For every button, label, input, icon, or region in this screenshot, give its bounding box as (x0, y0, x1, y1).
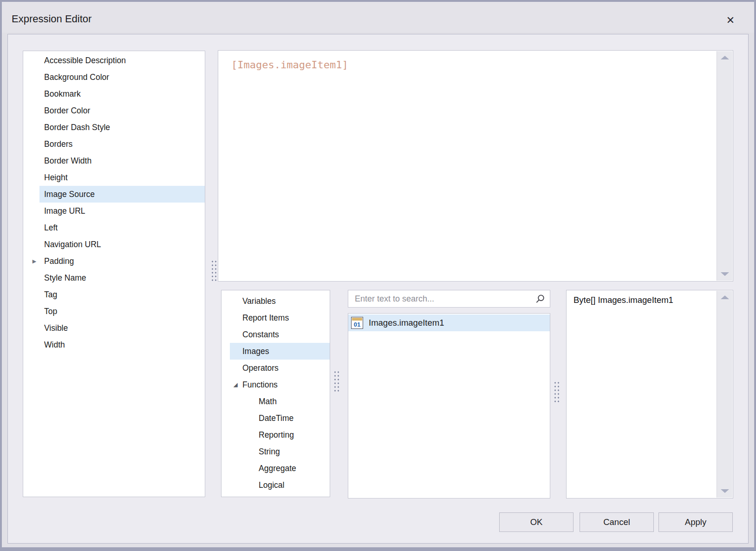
results-list: 01 Images.imageItem1 (348, 313, 550, 499)
property-item[interactable]: Image URL (39, 203, 205, 219)
apply-button[interactable]: Apply (658, 512, 733, 532)
ok-button[interactable]: OK (499, 512, 574, 532)
type-info-panel: Byte[] Images.imageItem1 (566, 290, 733, 499)
expand-arrow-icon[interactable]: ▶ (30, 253, 39, 269)
categories-panel: Variables Report Items Constants Images … (221, 290, 330, 497)
category-item[interactable]: DateTime (230, 410, 330, 426)
binary-field-icon: 01 (351, 317, 363, 329)
category-item-label: Functions (242, 380, 278, 389)
property-item[interactable]: Visible (39, 320, 205, 336)
list-item[interactable]: 01 Images.imageItem1 (348, 315, 550, 331)
property-item-label: Height (44, 173, 68, 182)
category-item[interactable]: Constants (230, 326, 330, 343)
property-item[interactable]: Border Color (39, 102, 205, 119)
property-item-label: Border Color (44, 106, 90, 115)
search-icon (535, 294, 545, 304)
property-item[interactable]: Border Width (39, 152, 205, 169)
property-item[interactable]: ▶ Padding (39, 253, 205, 269)
close-icon[interactable]: ✕ (723, 13, 738, 28)
property-item-label: Style Name (44, 273, 86, 282)
category-item-label: DateTime (259, 413, 293, 423)
property-item[interactable]: Width (39, 336, 205, 353)
category-item-label: Variables (242, 296, 276, 306)
category-item-label: Images (242, 347, 269, 356)
property-item-label: Background Color (44, 72, 109, 82)
splitter-handle-left[interactable] (210, 259, 217, 282)
category-item[interactable]: Images (230, 343, 330, 360)
property-item-label: Borders (44, 139, 72, 149)
category-item[interactable]: String (230, 443, 330, 460)
editor-scrollbar[interactable] (717, 51, 732, 281)
expression-editor-dialog: Expression Editor ✕ Accessible Descripti… (0, 0, 756, 551)
category-item-label: Reporting (259, 430, 294, 439)
search-box (348, 290, 550, 308)
scroll-up-icon[interactable] (721, 295, 729, 299)
property-item-label: Padding (44, 256, 74, 266)
category-item[interactable]: Report Items (230, 309, 330, 326)
category-item-label: Aggregate (259, 464, 296, 473)
expand-arrow-icon[interactable]: ◢ (231, 376, 240, 393)
title-bar: Expression Editor ✕ (2, 2, 754, 33)
splitter-handle-right[interactable] (553, 380, 560, 404)
category-item[interactable]: Variables (230, 293, 330, 309)
category-item[interactable]: Operators (230, 360, 330, 376)
property-item-label: Bookmark (44, 89, 81, 98)
category-item[interactable]: Aggregate (230, 460, 330, 477)
scroll-down-icon[interactable] (721, 272, 729, 276)
property-item-label: Navigation URL (44, 240, 101, 249)
category-item-label: Constants (242, 330, 279, 339)
property-item[interactable]: Image Source (39, 186, 205, 203)
list-item-label: Images.imageItem1 (369, 318, 444, 328)
property-item[interactable]: Border Dash Style (39, 119, 205, 136)
property-item[interactable]: Height (39, 169, 205, 186)
property-item-label: Border Width (44, 156, 91, 165)
property-item[interactable]: Style Name (39, 269, 205, 286)
category-item-label: String (259, 447, 280, 456)
property-item-label: Accessible Description (44, 56, 126, 65)
category-item-label: Report Items (242, 313, 289, 322)
cancel-button[interactable]: Cancel (580, 512, 654, 532)
dialog-body: Accessible Description Background Color … (7, 34, 749, 544)
property-item[interactable]: Left (39, 219, 205, 236)
property-item-label: Width (44, 340, 65, 349)
property-item[interactable]: Borders (39, 136, 205, 152)
category-item-label: Operators (242, 363, 279, 373)
search-input[interactable] (348, 290, 529, 307)
property-item[interactable]: Bookmark (39, 85, 205, 102)
type-info-text: Byte[] Images.imageItem1 (574, 295, 673, 305)
property-item-label: Image Source (44, 190, 95, 199)
property-item[interactable]: Tag (39, 286, 205, 303)
category-item-label: Logical (259, 480, 284, 490)
properties-panel: Accessible Description Background Color … (23, 51, 205, 497)
property-item-label: Left (44, 223, 58, 232)
property-item[interactable]: Accessible Description (39, 52, 205, 69)
property-item[interactable]: Top (39, 303, 205, 320)
property-item-label: Border Dash Style (44, 123, 110, 132)
category-item[interactable]: Reporting (230, 426, 330, 443)
expression-text: [Images.imageItem1] (231, 59, 348, 71)
type-info-scrollbar[interactable] (717, 291, 732, 498)
dialog-title: Expression Editor (12, 13, 91, 25)
category-item[interactable]: Logical (230, 477, 330, 493)
property-item-label: Image URL (44, 206, 85, 216)
property-item[interactable]: Navigation URL (39, 236, 205, 253)
category-item[interactable]: ◢ Functions (230, 376, 330, 393)
splitter-handle-middle[interactable] (333, 370, 340, 393)
property-item-label: Tag (44, 290, 57, 299)
expression-editor-input[interactable]: [Images.imageItem1] (218, 50, 733, 282)
property-item-label: Top (44, 307, 57, 316)
property-item[interactable]: Background Color (39, 69, 205, 85)
scroll-up-icon[interactable] (721, 56, 729, 59)
scroll-down-icon[interactable] (721, 489, 729, 493)
category-item[interactable]: Math (230, 393, 330, 410)
category-item-label: Math (259, 397, 277, 406)
property-item-label: Visible (44, 323, 68, 333)
